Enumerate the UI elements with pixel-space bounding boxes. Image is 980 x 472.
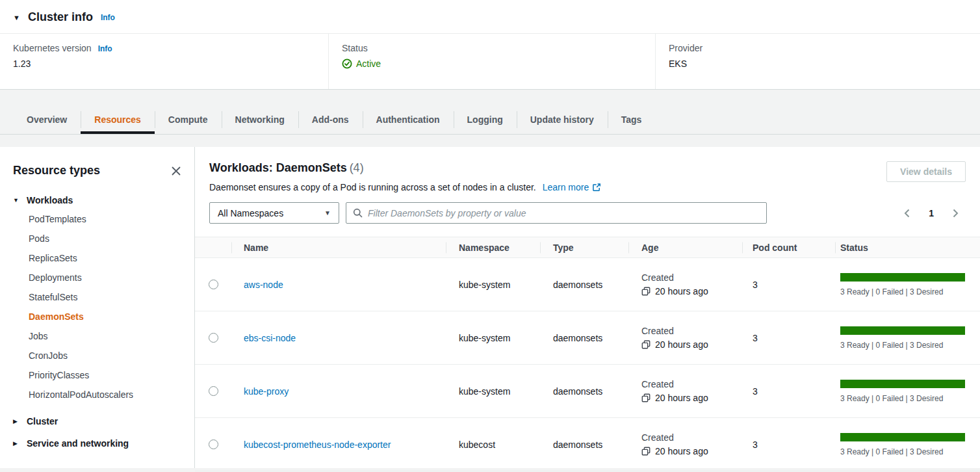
tab-logging[interactable]: Logging bbox=[454, 105, 517, 134]
tab-authentication[interactable]: Authentication bbox=[363, 105, 454, 134]
tab-compute[interactable]: Compute bbox=[155, 105, 222, 134]
kubernetes-version-field: Kubernetes version Info 1.23 bbox=[0, 34, 328, 89]
status-field: Status Active bbox=[328, 34, 655, 89]
namespace-filter-value: All Namespaces bbox=[218, 208, 283, 218]
table-row: aws-node kube-system daemonsets Created … bbox=[195, 258, 980, 311]
resource-types-sidebar: Resource types ▼ Workloads PodTemplates … bbox=[0, 147, 195, 468]
cell-status: 3 Ready | 0 Failed | 3 Desired bbox=[835, 365, 980, 417]
status-ready-bar bbox=[840, 433, 965, 441]
provider-value: EKS bbox=[669, 59, 967, 69]
cluster-info-info-link[interactable]: Info bbox=[101, 13, 115, 22]
row-radio-button[interactable] bbox=[209, 333, 218, 343]
sidebar-title: Resource types bbox=[13, 164, 100, 177]
view-details-button[interactable]: View details bbox=[886, 161, 966, 182]
namespace-filter-dropdown[interactable]: All Namespaces ▼ bbox=[209, 202, 339, 224]
sidebar-group-workloads-label: Workloads bbox=[27, 195, 73, 205]
sidebar-item-daemonsets[interactable]: DaemonSets bbox=[29, 307, 181, 326]
kubernetes-version-info-link[interactable]: Info bbox=[98, 44, 112, 53]
age-value: 20 hours ago bbox=[655, 446, 708, 456]
resources-content: Resource types ▼ Workloads PodTemplates … bbox=[0, 147, 980, 468]
copy-icon[interactable] bbox=[641, 393, 651, 402]
daemonset-search-box bbox=[346, 202, 767, 224]
tab-add-ons[interactable]: Add-ons bbox=[298, 105, 363, 134]
cell-age: Created 20 hours ago bbox=[628, 365, 742, 417]
daemonsets-table: Name Namespace Type Age Pod count Status… bbox=[195, 237, 980, 471]
cluster-info-body: Kubernetes version Info 1.23 Status Acti… bbox=[0, 34, 980, 89]
cell-pod-count: 3 bbox=[742, 365, 835, 417]
cluster-info-card: ▼ Cluster info Info Kubernetes version I… bbox=[0, 0, 980, 90]
kubernetes-version-value: 1.23 bbox=[13, 59, 315, 69]
status-text: 3 Ready | 0 Failed | 3 Desired bbox=[840, 394, 965, 403]
daemonset-name-link[interactable]: kubecost-prometheus-node-exporter bbox=[244, 439, 391, 450]
cell-age: Created 20 hours ago bbox=[628, 418, 742, 471]
tab-overview[interactable]: Overview bbox=[13, 105, 81, 134]
sidebar-group-service-and-networking[interactable]: ▶ Service and networking bbox=[13, 438, 181, 449]
search-icon bbox=[353, 208, 363, 218]
next-page-icon[interactable] bbox=[950, 208, 961, 218]
column-header-type[interactable]: Type bbox=[540, 237, 628, 257]
column-header-namespace[interactable]: Namespace bbox=[446, 237, 540, 257]
cluster-tabs: Overview Resources Compute Networking Ad… bbox=[0, 105, 980, 135]
cell-age: Created 20 hours ago bbox=[628, 311, 742, 364]
page-number[interactable]: 1 bbox=[929, 208, 934, 218]
row-radio-button[interactable] bbox=[209, 439, 218, 449]
tab-networking[interactable]: Networking bbox=[222, 105, 298, 134]
status-text: 3 Ready | 0 Failed | 3 Desired bbox=[840, 447, 965, 456]
collapse-caret-icon[interactable]: ▼ bbox=[13, 14, 20, 21]
column-header-pod-count[interactable]: Pod count bbox=[742, 237, 835, 257]
tab-tags[interactable]: Tags bbox=[608, 105, 656, 134]
chevron-down-icon: ▼ bbox=[13, 197, 19, 203]
search-input[interactable] bbox=[368, 208, 760, 218]
daemonset-name-link[interactable]: kube-proxy bbox=[244, 386, 289, 397]
copy-icon[interactable] bbox=[641, 287, 651, 296]
sidebar-item-podtemplates[interactable]: PodTemplates bbox=[29, 209, 181, 229]
sidebar-item-cronjobs[interactable]: CronJobs bbox=[29, 346, 181, 365]
row-radio-button[interactable] bbox=[209, 280, 218, 289]
close-icon[interactable] bbox=[171, 166, 181, 176]
chevron-right-icon: ▶ bbox=[13, 418, 19, 425]
external-link-icon bbox=[592, 183, 601, 192]
learn-more-link[interactable]: Learn more bbox=[543, 182, 602, 192]
sidebar-group-workloads[interactable]: ▼ Workloads bbox=[13, 195, 181, 205]
status-text: 3 Ready | 0 Failed | 3 Desired bbox=[840, 341, 965, 350]
status-value: Active bbox=[356, 59, 381, 69]
age-value: 20 hours ago bbox=[655, 393, 708, 403]
tab-resources[interactable]: Resources bbox=[81, 105, 155, 134]
sidebar-item-deployments[interactable]: Deployments bbox=[29, 268, 181, 287]
cell-namespace: kube-system bbox=[446, 258, 540, 311]
copy-icon[interactable] bbox=[641, 447, 651, 456]
sidebar-item-replicasets[interactable]: ReplicaSets bbox=[29, 248, 181, 268]
sidebar-item-priorityclasses[interactable]: PriorityClasses bbox=[29, 365, 181, 385]
status-ready-bar bbox=[840, 273, 965, 282]
learn-more-label: Learn more bbox=[543, 182, 589, 192]
tab-update-history[interactable]: Update history bbox=[517, 105, 608, 134]
cell-namespace: kubecost bbox=[446, 418, 540, 471]
cell-type: daemonsets bbox=[540, 418, 628, 471]
column-header-status[interactable]: Status bbox=[835, 237, 980, 257]
daemonset-name-link[interactable]: ebs-csi-node bbox=[244, 333, 296, 343]
dropdown-arrow-icon: ▼ bbox=[324, 209, 331, 216]
table-row: kube-proxy kube-system daemonsets Create… bbox=[195, 365, 980, 418]
copy-icon[interactable] bbox=[641, 340, 651, 349]
sidebar-item-horizontalpodautoscalers[interactable]: HorizontalPodAutoscalers bbox=[29, 385, 181, 404]
column-header-age[interactable]: Age bbox=[628, 237, 742, 257]
cell-status: 3 Ready | 0 Failed | 3 Desired bbox=[835, 258, 980, 311]
cell-namespace: kube-system bbox=[446, 365, 540, 417]
column-header-name[interactable]: Name bbox=[231, 237, 446, 257]
age-created-label: Created bbox=[641, 379, 674, 389]
cell-age: Created 20 hours ago bbox=[628, 258, 742, 311]
sidebar-group-service-networking-label: Service and networking bbox=[27, 438, 129, 449]
row-radio-button[interactable] bbox=[209, 386, 218, 396]
sidebar-item-statefulsets[interactable]: StatefulSets bbox=[29, 287, 181, 307]
age-created-label: Created bbox=[641, 326, 674, 336]
kubernetes-version-label: Kubernetes version bbox=[13, 43, 92, 53]
cell-pod-count: 3 bbox=[742, 418, 835, 471]
sidebar-item-jobs[interactable]: Jobs bbox=[29, 326, 181, 346]
cell-pod-count: 3 bbox=[742, 311, 835, 364]
table-row: kubecost-prometheus-node-exporter kubeco… bbox=[195, 418, 980, 471]
sidebar-group-cluster[interactable]: ▶ Cluster bbox=[13, 416, 181, 426]
daemonset-name-link[interactable]: aws-node bbox=[244, 280, 283, 290]
previous-page-icon[interactable] bbox=[902, 208, 912, 218]
status-text: 3 Ready | 0 Failed | 3 Desired bbox=[840, 287, 965, 296]
sidebar-item-pods[interactable]: Pods bbox=[29, 229, 181, 248]
